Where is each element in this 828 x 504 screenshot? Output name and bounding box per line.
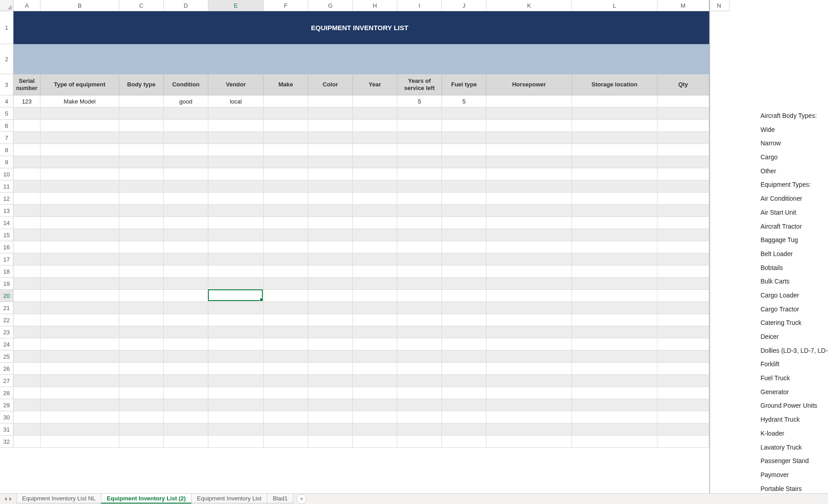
cell[interactable] [709,44,729,74]
cell-I28[interactable] [397,387,442,399]
cell-A14[interactable] [14,217,40,229]
cell-N25[interactable] [709,351,729,363]
cell-G13[interactable] [308,205,353,217]
cell-C26[interactable] [119,363,164,375]
cell-C6[interactable] [119,120,164,132]
cell-L8[interactable] [572,144,657,156]
cell-J28[interactable] [442,387,486,399]
cell-I31[interactable] [397,423,442,436]
cell-E22[interactable] [208,314,264,326]
row-header-14[interactable]: 14 [0,217,14,229]
cell-C10[interactable] [119,168,164,180]
cell-H13[interactable] [353,205,397,217]
cell-M16[interactable] [657,241,709,253]
cell-B14[interactable] [40,217,119,229]
cell-D19[interactable] [164,278,208,290]
cell-D32[interactable] [164,436,208,448]
cell-H28[interactable] [353,387,397,399]
cell-A32[interactable] [14,436,40,448]
row-header-11[interactable]: 11 [0,180,14,193]
cell-K27[interactable] [486,375,572,387]
cell-G24[interactable] [308,338,353,351]
cell-K23[interactable] [486,326,572,338]
cell-A30[interactable] [14,411,40,423]
cell-D23[interactable] [164,326,208,338]
cell-D28[interactable] [164,387,208,399]
cell-L9[interactable] [572,156,657,168]
cell-G19[interactable] [308,278,353,290]
cell-B21[interactable] [40,302,119,314]
cell-K17[interactable] [486,253,572,266]
row-header-1[interactable]: 1 [0,11,14,44]
cell-K10[interactable] [486,168,572,180]
cell-H31[interactable] [353,423,397,436]
cell-N24[interactable] [709,338,729,351]
cell-H12[interactable] [353,193,397,205]
cell-M17[interactable] [657,253,709,266]
list-item[interactable]: Dollies (LD-3, LD-7, LD- [760,344,828,358]
cell-C17[interactable] [119,253,164,266]
cell-I4[interactable]: 5 [397,95,442,108]
cell-F28[interactable] [264,387,308,399]
list-item[interactable]: Ground Power Units [760,399,828,413]
cell-D7[interactable] [164,132,208,144]
col-header-G[interactable]: G [308,0,353,11]
cell-K15[interactable] [486,229,572,241]
row-header-30[interactable]: 30 [0,411,14,423]
row-header-21[interactable]: 21 [0,302,14,314]
cell-J32[interactable] [442,436,486,448]
cell-N15[interactable] [709,229,729,241]
list-item[interactable]: Generator [760,385,828,399]
cell-B18[interactable] [40,266,119,278]
cell-J5[interactable] [442,108,486,120]
cell-K13[interactable] [486,205,572,217]
cell-A22[interactable] [14,314,40,326]
col-header-I[interactable]: I [397,0,442,11]
cell-A17[interactable] [14,253,40,266]
cell-F8[interactable] [264,144,308,156]
cell-L16[interactable] [572,241,657,253]
cell-A5[interactable] [14,108,40,120]
cell-A21[interactable] [14,302,40,314]
cell[interactable] [14,44,308,74]
cell-L29[interactable] [572,399,657,411]
cell-G15[interactable] [308,229,353,241]
cell-E5[interactable] [208,108,264,120]
cell-G23[interactable] [308,326,353,338]
cell-M25[interactable] [657,351,709,363]
cell-M15[interactable] [657,229,709,241]
cell-B9[interactable] [40,156,119,168]
cell-E17[interactable] [208,253,264,266]
cell-J16[interactable] [442,241,486,253]
cell-I27[interactable] [397,375,442,387]
cell-C15[interactable] [119,229,164,241]
cell-N23[interactable] [709,326,729,338]
cell-A23[interactable] [14,326,40,338]
cell-F21[interactable] [264,302,308,314]
cell-F32[interactable] [264,436,308,448]
cell-L14[interactable] [572,217,657,229]
col-header-A[interactable]: A [14,0,40,11]
cell-I14[interactable] [397,217,442,229]
list-item[interactable]: Bobtails [760,261,828,275]
cell-E23[interactable] [208,326,264,338]
cell-N29[interactable] [709,399,729,411]
cell-J17[interactable] [442,253,486,266]
cell-L25[interactable] [572,351,657,363]
table-header-I[interactable]: Years of service left [397,74,442,95]
cell-B16[interactable] [40,241,119,253]
page-title[interactable]: EQUIPMENT INVENTORY LIST [308,11,709,44]
cell-B15[interactable] [40,229,119,241]
cell-A20[interactable] [14,290,40,302]
cell-N19[interactable] [709,278,729,290]
cell-A19[interactable] [14,278,40,290]
cell-A27[interactable] [14,375,40,387]
cell-D26[interactable] [164,363,208,375]
row-header-22[interactable]: 22 [0,314,14,326]
cell-M28[interactable] [657,387,709,399]
cell-E16[interactable] [208,241,264,253]
cell-K19[interactable] [486,278,572,290]
cell-C7[interactable] [119,132,164,144]
row-header-8[interactable]: 8 [0,144,14,156]
cell-H15[interactable] [353,229,397,241]
